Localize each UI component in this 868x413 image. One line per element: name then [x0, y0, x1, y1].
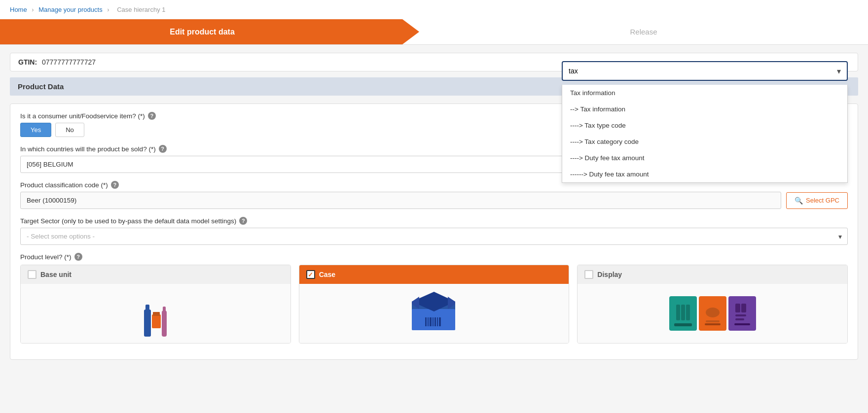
svg-rect-14 — [439, 317, 441, 326]
dropdown-item-1[interactable]: Tax information — [562, 85, 847, 101]
display-img-3 — [728, 296, 756, 331]
svg-rect-9 — [428, 317, 429, 326]
main-content: GTIN: 07777777777727 ▾ Tax information -… — [0, 45, 868, 375]
target-sector-help-icon: ? — [239, 217, 247, 225]
wizard-step-release[interactable]: Release — [419, 19, 868, 44]
svg-rect-12 — [434, 317, 436, 326]
target-sector-select-wrapper: - Select some options - — [20, 228, 848, 245]
gtin-value: 07777777777727 — [42, 58, 96, 66]
svg-rect-11 — [433, 317, 434, 326]
search-container: ▾ Tax information --> Tax information --… — [562, 61, 848, 81]
display-header: Display — [578, 265, 847, 284]
search-dropdown: Tax information --> Tax information ----… — [562, 85, 848, 183]
dropdown-item-2[interactable]: --> Tax information — [562, 101, 847, 117]
breadcrumb-home[interactable]: Home — [10, 6, 27, 13]
dropdown-item-5[interactable]: ----> Duty fee tax amount — [562, 150, 847, 166]
base-unit-illustration — [143, 284, 168, 343]
svg-rect-26 — [705, 323, 721, 325]
product-level-label: Product level? (*) ? — [20, 253, 848, 261]
svg-rect-31 — [735, 318, 744, 320]
svg-rect-19 — [676, 305, 680, 320]
svg-rect-8 — [425, 317, 427, 326]
svg-rect-25 — [706, 320, 720, 322]
svg-rect-28 — [735, 304, 740, 312]
dropdown-item-6[interactable]: ------> Duty fee tax amount — [562, 166, 847, 182]
display-illustration — [669, 284, 756, 343]
svg-rect-20 — [681, 305, 685, 320]
svg-rect-0 — [144, 310, 151, 337]
svg-rect-2 — [152, 314, 161, 328]
classification-group: Product classification code (*) ? Beer (… — [20, 181, 848, 209]
search-glyph-icon: 🔍 — [795, 197, 803, 205]
product-level-cards: Base unit — [20, 265, 848, 344]
search-dropdown-list: Tax information --> Tax information ----… — [562, 85, 847, 182]
base-unit-header: Base unit — [21, 265, 290, 284]
svg-rect-22 — [674, 323, 692, 326]
svg-rect-21 — [686, 305, 690, 320]
case-card[interactable]: ✓ Case — [299, 265, 570, 344]
breadcrumb-current: Case hierarchy 1 — [117, 6, 165, 13]
countries-help-icon: ? — [159, 145, 167, 153]
gtin-bar: GTIN: 07777777777727 ▾ Tax information -… — [10, 53, 858, 71]
svg-rect-5 — [163, 307, 166, 312]
wizard-step-edit[interactable]: Edit product data — [0, 19, 419, 44]
base-unit-label: Base unit — [40, 271, 72, 278]
wizard-bar: Edit product data Release — [0, 19, 868, 45]
classification-help-icon: ? — [111, 181, 119, 189]
svg-point-24 — [706, 308, 720, 317]
case-svg — [404, 287, 464, 334]
display-body — [578, 284, 847, 343]
display-card[interactable]: Display — [577, 265, 848, 344]
svg-rect-13 — [437, 317, 438, 326]
search-wrapper: ▾ — [562, 61, 848, 81]
svg-rect-30 — [735, 314, 746, 316]
search-input[interactable] — [563, 62, 847, 80]
svg-rect-3 — [153, 312, 160, 316]
case-label: Case — [319, 271, 335, 278]
svg-rect-10 — [430, 317, 432, 326]
svg-rect-32 — [734, 323, 750, 325]
target-sector-group: Target Sector (only to be used to by-pas… — [20, 217, 848, 245]
base-unit-checkbox[interactable] — [28, 270, 36, 279]
dropdown-item-3[interactable]: ----> Tax type code — [562, 117, 847, 134]
consumer-unit-help-icon: ? — [148, 112, 156, 120]
case-checkbox[interactable]: ✓ — [306, 270, 315, 279]
product-level-help-icon: ? — [74, 253, 82, 261]
base-unit-svg — [143, 300, 168, 339]
base-unit-body — [21, 284, 290, 343]
product-level-group: Product level? (*) ? Base unit — [20, 253, 848, 344]
svg-rect-4 — [162, 310, 167, 337]
gpc-value: Beer (10000159) — [20, 192, 781, 209]
no-button[interactable]: No — [55, 123, 84, 137]
gtin-label: GTIN: 07777777777727 — [18, 58, 96, 66]
display-img-1 — [669, 296, 697, 331]
gpc-row: Beer (10000159) 🔍 Select GPC — [20, 192, 848, 209]
breadcrumb: Home › Manage your products › Case hiera… — [0, 0, 868, 19]
yes-button[interactable]: Yes — [20, 123, 51, 137]
display-label: Display — [597, 271, 622, 278]
target-sector-select[interactable]: - Select some options - — [20, 228, 848, 245]
select-gpc-button[interactable]: 🔍 Select GPC — [786, 192, 848, 209]
dropdown-item-4[interactable]: ----> Tax category code — [562, 134, 847, 150]
display-img-2 — [699, 296, 726, 331]
case-body — [299, 284, 569, 343]
case-illustration — [404, 287, 464, 340]
base-unit-card[interactable]: Base unit — [20, 265, 291, 344]
target-sector-label: Target Sector (only to be used to by-pas… — [20, 217, 848, 225]
display-checkbox[interactable] — [584, 270, 593, 279]
case-header: ✓ Case — [299, 265, 569, 284]
svg-rect-29 — [741, 304, 746, 312]
svg-rect-1 — [145, 305, 149, 311]
breadcrumb-manage[interactable]: Manage your products — [38, 6, 102, 13]
